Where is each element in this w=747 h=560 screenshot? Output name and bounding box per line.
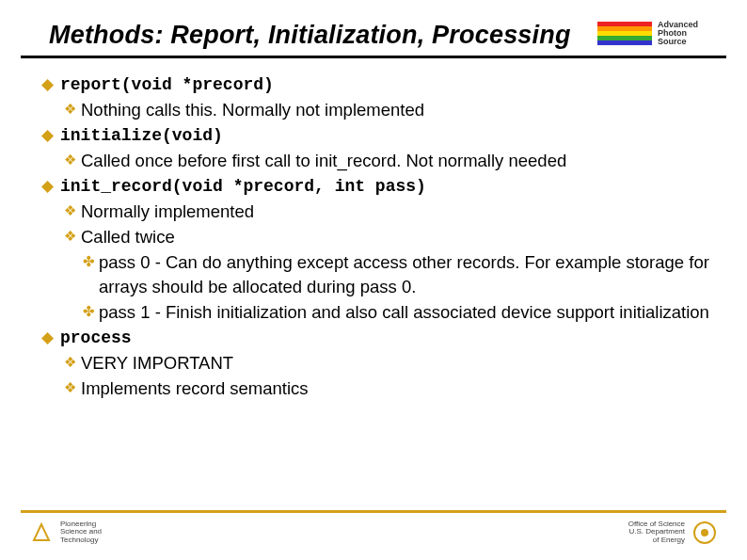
sub-bullet-item: ❖ Called once before first call to init_… (64, 149, 719, 173)
method-name: initialize(void) (60, 124, 719, 148)
sub-sub-bullet-text: pass 0 - Can do anything except access o… (99, 250, 719, 299)
bullet-item: ◆ process (41, 327, 719, 350)
sub-sub-bullet-item: ✤ pass 1 - Finish initialization and als… (83, 300, 719, 325)
footer-left-text: Pioneering Science and Technology (60, 520, 102, 545)
outline-diamond-icon: ❖ (64, 225, 76, 249)
footer-divider (21, 510, 726, 513)
slide-content: ◆ report(void *precord) ❖ Nothing calls … (0, 58, 747, 401)
sub-bullet-item: ❖ Implements record semantics (64, 376, 719, 401)
outline-diamond-icon: ❖ (64, 351, 76, 376)
sub-bullet-item: ❖ Called twice (64, 225, 719, 249)
footer-row: Pioneering Science and Technology Office… (21, 520, 726, 545)
sub-bullet-item: ❖ VERY IMPORTANT (64, 351, 719, 376)
footer-right: Office of Science U.S. Department of Ene… (628, 520, 717, 545)
cross-bullet-icon: ✤ (83, 250, 95, 299)
slide-header: Methods: Report, Initialization, Process… (21, 0, 726, 58)
slide-title: Methods: Report, Initialization, Process… (49, 21, 571, 50)
diamond-bullet-icon: ◆ (41, 124, 54, 148)
outline-diamond-icon: ❖ (64, 98, 76, 122)
bullet-item: ◆ initialize(void) (41, 124, 719, 148)
outline-diamond-icon: ❖ (64, 376, 76, 401)
sub-bullet-text: Nothing calls this. Normally not impleme… (81, 98, 719, 122)
bullet-item: ◆ init_record(void *precord, int pass) (41, 175, 719, 199)
slide: Methods: Report, Initialization, Process… (0, 0, 747, 560)
slide-footer: Pioneering Science and Technology Office… (21, 510, 726, 545)
diamond-bullet-icon: ◆ (41, 175, 54, 199)
sub-sub-bullet-text: pass 1 - Finish initialization and also … (99, 300, 719, 325)
aps-logo-bars (597, 22, 652, 45)
outline-diamond-icon: ❖ (64, 200, 76, 224)
footer-right-text: Office of Science U.S. Department of Ene… (628, 520, 685, 545)
method-name: init_record(void *precord, int pass) (60, 175, 719, 199)
outline-diamond-icon: ❖ (64, 149, 76, 173)
method-name: report(void *precord) (60, 73, 719, 97)
footer-left: Pioneering Science and Technology (30, 520, 102, 545)
sub-bullet-text: Implements record semantics (81, 376, 719, 401)
sub-bullet-item: ❖ Normally implemented (64, 200, 719, 224)
doe-logo-icon (692, 520, 717, 545)
method-name: process (60, 327, 719, 350)
svg-point-1 (701, 529, 708, 536)
aps-logo: Advanced Photon Source (597, 21, 698, 46)
sub-bullet-text: Normally implemented (81, 200, 719, 224)
aps-logo-text: Advanced Photon Source (658, 21, 698, 46)
argonne-logo-icon (30, 521, 53, 544)
diamond-bullet-icon: ◆ (41, 73, 54, 97)
diamond-bullet-icon: ◆ (41, 327, 54, 350)
cross-bullet-icon: ✤ (83, 300, 95, 325)
sub-bullet-text: Called twice (81, 225, 719, 249)
sub-bullet-text: VERY IMPORTANT (81, 351, 719, 376)
sub-sub-bullet-item: ✤ pass 0 - Can do anything except access… (83, 250, 719, 299)
sub-bullet-text: Called once before first call to init_re… (81, 149, 719, 173)
sub-bullet-item: ❖ Nothing calls this. Normally not imple… (64, 98, 719, 122)
bullet-item: ◆ report(void *precord) (41, 73, 719, 97)
